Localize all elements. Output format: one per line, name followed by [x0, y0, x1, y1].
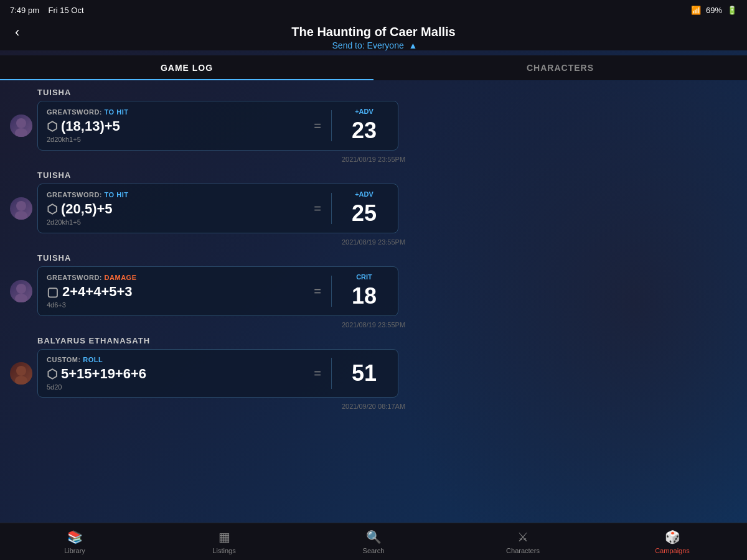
roll-total: 51 — [339, 360, 389, 386]
roll-card[interactable]: GREATSWORD: TO HIT⬡ (18,13)+52d20kh1+5=+… — [37, 101, 398, 151]
roll-label: CUSTOM: ROLL — [47, 356, 311, 363]
status-time: 7:49 pm Fri 15 Oct — [10, 6, 84, 15]
log-entry: TUISHAGREATSWORD: TO HIT⬡ (18,13)+52d20k… — [10, 88, 737, 163]
library-icon: 📚 — [67, 530, 83, 544]
tab-gamelog[interactable]: GAME LOG — [0, 55, 374, 80]
timestamp: 2021/08/19 23:55PM — [10, 321, 737, 329]
roll-formula: 5d20 — [47, 383, 311, 391]
svg-point-2 — [16, 201, 26, 211]
send-to-label: Send to: Everyone — [332, 40, 404, 50]
avatar — [10, 114, 32, 137]
date-display: Fri 15 Oct — [48, 6, 83, 15]
tab-characters[interactable]: CHARACTERS — [374, 55, 747, 80]
avatar — [10, 197, 32, 220]
roll-result: +ADV25 — [339, 190, 389, 226]
entry-row: GREATSWORD: DAMAGE▢ 2+4+4+5+34d6+3=CRIT1… — [10, 266, 737, 316]
tab-gamelog-label: GAME LOG — [161, 63, 213, 73]
roll-badge: +ADV — [339, 190, 389, 198]
roll-formula: 2d20kh1+5 — [47, 136, 311, 143]
send-to-selector[interactable]: Send to: Everyone ▲ — [330, 40, 418, 50]
status-icons: 📶 69% 🔋 — [691, 6, 737, 15]
battery-icon: 🔋 — [727, 6, 737, 15]
avatar — [10, 362, 32, 385]
game-log-content: TUISHAGREATSWORD: TO HIT⬡ (18,13)+52d20k… — [0, 80, 747, 508]
character-name: TUISHA — [37, 253, 737, 263]
svg-point-6 — [16, 366, 26, 376]
roll-formula: 2d20kh1+5 — [47, 218, 311, 226]
listings-icon: ▦ — [218, 530, 230, 544]
character-name: TUISHA — [37, 88, 737, 97]
nav-item-characters[interactable]: ⚔ Characters — [448, 523, 598, 560]
search-label: Search — [363, 547, 385, 554]
svg-point-7 — [15, 376, 27, 385]
nav-item-search[interactable]: 🔍 Search — [299, 523, 448, 560]
svg-point-3 — [15, 211, 27, 220]
campaigns-label: Campaigns — [655, 547, 690, 554]
dice-icon: ▢ — [47, 284, 59, 299]
svg-point-1 — [15, 128, 27, 137]
roll-total: 18 — [339, 283, 389, 309]
header: ‹ The Haunting of Caer Mallis Send to: E… — [0, 20, 747, 50]
roll-expression: ⬡ 5+15+19+6+6 — [47, 366, 311, 382]
svg-point-4 — [16, 284, 26, 294]
roll-divider — [331, 193, 332, 224]
character-name: BALYARUS ETHANASATH — [37, 336, 737, 345]
characters-label: Characters — [506, 547, 540, 554]
roll-expression: ⬡ (18,13)+5 — [47, 118, 311, 134]
status-bar: 7:49 pm Fri 15 Oct 📶 69% 🔋 — [0, 0, 747, 20]
roll-card[interactable]: GREATSWORD: DAMAGE▢ 2+4+4+5+34d6+3=CRIT1… — [37, 266, 398, 316]
roll-result: 51 — [339, 360, 389, 386]
roll-total: 23 — [339, 118, 389, 144]
roll-label: GREATSWORD: TO HIT — [47, 191, 311, 198]
entry-row: CUSTOM: ROLL⬡ 5+15+19+6+65d20=51 — [10, 349, 737, 398]
wifi-icon: 📶 — [691, 6, 701, 15]
roll-label: GREATSWORD: DAMAGE — [47, 274, 311, 281]
campaigns-icon: 🎲 — [665, 530, 680, 544]
time-display: 7:49 pm — [10, 6, 39, 15]
roll-result: +ADV23 — [339, 108, 389, 144]
roll-badge: CRIT — [339, 273, 389, 281]
timestamp: 2021/08/19 23:55PM — [10, 156, 737, 163]
bottom-navigation: 📚 Library ▦ Listings 🔍 Search ⚔ Characte… — [0, 523, 747, 560]
svg-point-5 — [15, 294, 27, 302]
entry-row: GREATSWORD: TO HIT⬡ (20,5)+52d20kh1+5=+A… — [10, 184, 737, 233]
back-button[interactable]: ‹ — [10, 22, 24, 43]
roll-expression: ▢ 2+4+4+5+3 — [47, 284, 311, 300]
roll-total: 25 — [339, 200, 389, 226]
tab-bar: GAME LOG CHARACTERS — [0, 55, 747, 80]
roll-formula: 4d6+3 — [47, 301, 311, 309]
roll-card[interactable]: GREATSWORD: TO HIT⬡ (20,5)+52d20kh1+5=+A… — [37, 184, 398, 233]
roll-divider — [331, 358, 332, 389]
log-entry: TUISHAGREATSWORD: TO HIT⬡ (20,5)+52d20kh… — [10, 170, 737, 246]
equals-sign: = — [314, 119, 321, 133]
nav-item-library[interactable]: 📚 Library — [0, 523, 149, 560]
entry-row: GREATSWORD: TO HIT⬡ (18,13)+52d20kh1+5=+… — [10, 101, 737, 151]
log-entry: TUISHAGREATSWORD: DAMAGE▢ 2+4+4+5+34d6+3… — [10, 253, 737, 329]
characters-icon: ⚔ — [517, 530, 529, 544]
character-name: TUISHA — [37, 170, 737, 180]
roll-card-left: GREATSWORD: TO HIT⬡ (20,5)+52d20kh1+5 — [47, 191, 311, 226]
nav-item-campaigns[interactable]: 🎲 Campaigns — [598, 523, 747, 560]
svg-point-0 — [16, 118, 26, 128]
roll-divider — [331, 110, 332, 141]
timestamp: 2021/08/19 23:55PM — [10, 238, 737, 246]
dice-icon: ⬡ — [47, 119, 57, 134]
roll-card-left: CUSTOM: ROLL⬡ 5+15+19+6+65d20 — [47, 356, 311, 391]
search-icon: 🔍 — [366, 530, 382, 544]
roll-card-left: GREATSWORD: TO HIT⬡ (18,13)+52d20kh1+5 — [47, 108, 311, 143]
listings-label: Listings — [212, 547, 235, 554]
library-label: Library — [64, 547, 85, 554]
roll-card-left: GREATSWORD: DAMAGE▢ 2+4+4+5+34d6+3 — [47, 274, 311, 309]
equals-sign: = — [314, 366, 321, 381]
roll-expression: ⬡ (20,5)+5 — [47, 201, 311, 217]
dice-icon: ⬡ — [47, 202, 57, 217]
page-title: The Haunting of Caer Mallis — [291, 25, 455, 39]
roll-card[interactable]: CUSTOM: ROLL⬡ 5+15+19+6+65d20=51 — [37, 349, 398, 398]
avatar — [10, 280, 32, 302]
battery-display: 69% — [706, 6, 722, 15]
roll-divider — [331, 276, 332, 307]
log-entry: BALYARUS ETHANASATHCUSTOM: ROLL⬡ 5+15+19… — [10, 336, 737, 410]
nav-item-listings[interactable]: ▦ Listings — [149, 523, 299, 560]
equals-sign: = — [314, 202, 321, 216]
roll-badge: +ADV — [339, 108, 389, 115]
